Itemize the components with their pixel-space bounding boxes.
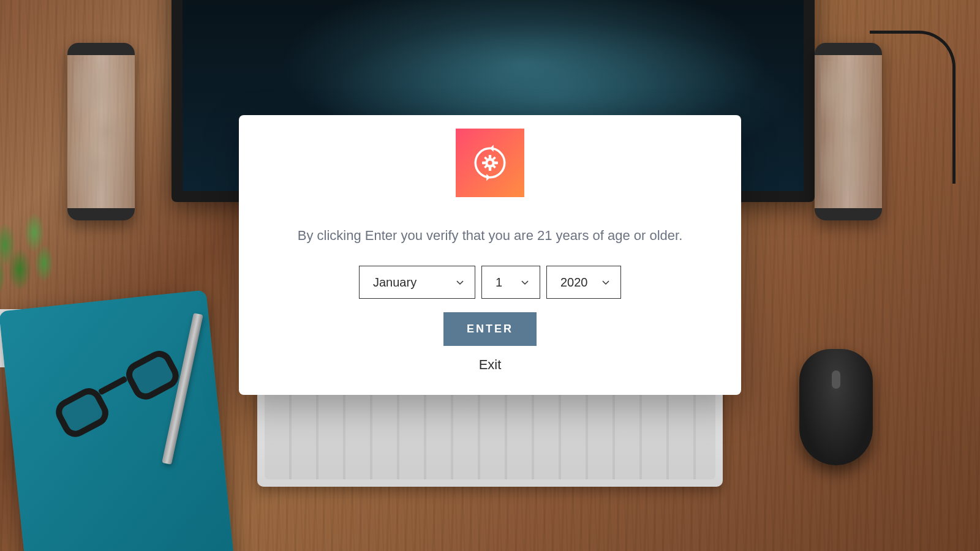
day-select[interactable]: 1 xyxy=(481,266,540,299)
month-select[interactable]: January xyxy=(359,266,475,299)
decorative-tube-left xyxy=(67,43,135,220)
year-select[interactable]: 2020 xyxy=(546,266,621,299)
keyboard-keys-texture xyxy=(265,384,715,479)
age-verification-modal: By clicking Enter you verify that you ar… xyxy=(239,115,741,395)
plant-leaves xyxy=(0,196,74,318)
day-select-value: 1 xyxy=(496,276,502,290)
cable-prop xyxy=(870,31,956,184)
svg-rect-5 xyxy=(482,162,486,164)
birthdate-selector-group: January 1 2020 xyxy=(359,266,621,299)
tube-contents xyxy=(74,61,129,202)
chevron-down-icon xyxy=(601,277,611,287)
glasses-bridge xyxy=(98,376,128,395)
mouse-scroll-wheel xyxy=(832,370,840,389)
svg-rect-6 xyxy=(494,162,498,164)
verification-message: By clicking Enter you verify that you ar… xyxy=(298,228,683,244)
year-select-value: 2020 xyxy=(560,276,588,290)
mouse-prop xyxy=(799,349,873,465)
tube-contents xyxy=(821,61,876,202)
svg-point-2 xyxy=(488,160,492,165)
brand-logo xyxy=(456,129,524,197)
exit-link[interactable]: Exit xyxy=(479,357,502,373)
month-select-value: January xyxy=(373,276,417,290)
svg-rect-4 xyxy=(489,167,491,171)
gear-cycle-icon xyxy=(468,141,512,185)
chevron-down-icon xyxy=(520,277,530,287)
svg-rect-3 xyxy=(489,155,491,159)
chevron-down-icon xyxy=(455,277,465,287)
enter-button[interactable]: ENTER xyxy=(443,312,537,346)
